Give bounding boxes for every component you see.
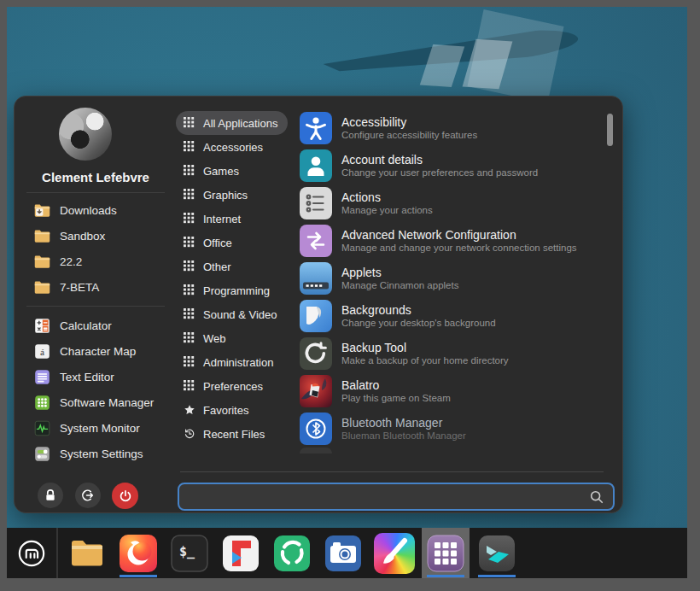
arrowapp-icon: [476, 533, 517, 574]
actions-icon: [300, 187, 332, 219]
category-preferences[interactable]: Preferences: [176, 374, 273, 398]
sidebar-divider: [26, 192, 165, 193]
taskbar-app-grid-app[interactable]: [422, 528, 470, 578]
place-item-sandbox[interactable]: Sandbox: [15, 223, 177, 249]
taskbar-app-terminal[interactable]: $_: [166, 528, 213, 578]
shortcut-item-calculator[interactable]: Calculator: [15, 313, 177, 338]
app-name: Backgrounds: [341, 303, 496, 317]
place-item-7-beta[interactable]: 7-BETA: [15, 274, 177, 300]
category-games[interactable]: Games: [176, 159, 249, 183]
category-accessories[interactable]: Accessories: [176, 135, 273, 159]
app-text: BackgroundsChange your desktop's backgro…: [341, 303, 496, 329]
taskbar-app-screenshot[interactable]: [319, 528, 367, 578]
category-label: Favorites: [203, 404, 248, 417]
shortcut-item-system-monitor[interactable]: System Monitor: [15, 415, 177, 441]
taskbar-app-firefox[interactable]: [114, 528, 162, 578]
app-description: Change your desktop's background: [341, 318, 496, 329]
app-text: Advanced Network ConfigurationManage and…: [341, 228, 577, 254]
shortcuts-list: CalculatoráCharacter MapText EditorSoftw…: [15, 313, 177, 466]
shortcut-item-label: System Settings: [60, 448, 143, 460]
power-icon: [117, 488, 134, 505]
category-label: Accessories: [203, 141, 263, 154]
power-button[interactable]: [112, 483, 138, 509]
app-name: Account details: [341, 153, 538, 167]
grid-dots-icon: [184, 308, 195, 320]
category-label: Preferences: [203, 380, 263, 393]
shortcut-item-system-settings[interactable]: System Settings: [15, 441, 177, 466]
taskbar-app-paint-app[interactable]: [370, 528, 418, 578]
sync-icon: [271, 533, 312, 574]
place-item-label: Sandbox: [60, 230, 105, 243]
mint-icon: [15, 536, 49, 571]
category-programming[interactable]: Programming: [176, 278, 280, 302]
app-text: AppletsManage Cinnamon applets: [341, 266, 458, 291]
category-other[interactable]: Other: [176, 255, 242, 278]
grid-dots-icon: [184, 332, 195, 344]
taskbar-app-sync-app[interactable]: [268, 528, 316, 578]
shortcut-item-label: System Monitor: [60, 422, 140, 435]
place-item-label: 22.2: [60, 255, 82, 268]
taskbar-app-files[interactable]: [63, 528, 111, 578]
shortcut-item-software-manager[interactable]: Software Manager: [15, 389, 177, 415]
session-buttons: [15, 483, 177, 510]
category-label: Recent Files: [203, 428, 265, 441]
category-administration[interactable]: Administration: [176, 350, 283, 374]
category-graphics[interactable]: Graphics: [176, 183, 258, 207]
app-item-account-details[interactable]: Account detailsChange your user preferen…: [300, 147, 612, 184]
search-bar: [178, 483, 615, 511]
app-item-bluetooth-manager[interactable]: Bluetooth ManagerBlueman Bluetooth Manag…: [300, 410, 612, 448]
taskbar-app-list: $_: [63, 528, 524, 578]
camera-icon: [323, 533, 364, 574]
category-sound-video[interactable]: Sound & Video: [176, 302, 288, 326]
grid-dots-icon: [184, 284, 195, 296]
grid-dots-icon: [184, 165, 195, 177]
category-recent-files[interactable]: Recent Files: [176, 422, 275, 446]
taskbar-app-f-media-app[interactable]: [217, 528, 265, 578]
place-item-22-2[interactable]: 22.2: [15, 249, 177, 274]
star-icon: [184, 404, 195, 416]
app-name: Advanced Network Configuration: [341, 228, 577, 242]
category-favorites[interactable]: Favorites: [176, 398, 259, 422]
category-office[interactable]: Office: [176, 231, 242, 255]
category-internet[interactable]: Internet: [176, 207, 251, 231]
category-label: Web: [203, 332, 226, 345]
app-description: Manage your actions: [341, 205, 433, 216]
app-item-balatro[interactable]: BalatroPlay this game on Steam: [300, 372, 612, 410]
shortcut-item-character-map[interactable]: áCharacter Map: [15, 338, 177, 364]
charmap-icon: á: [33, 342, 51, 360]
shortcut-item-label: Calculator: [60, 319, 112, 332]
taskbar-app-arrow-app[interactable]: [473, 528, 521, 578]
app-item-backgrounds[interactable]: BackgroundsChange your desktop's backgro…: [300, 297, 612, 335]
app-text: BalatroPlay this game on Steam: [341, 378, 451, 404]
app-item-accessibility[interactable]: AccessibilityConfigure accessibility fea…: [300, 109, 612, 147]
app-item-advanced-network-configuration[interactable]: Advanced Network ConfigurationManage and…: [300, 222, 612, 260]
app-description: Manage and change your network connectio…: [341, 243, 577, 254]
app-description: Blueman Bluetooth Manager: [341, 430, 466, 442]
app-item-actions[interactable]: ActionsManage your actions: [300, 184, 612, 222]
category-web[interactable]: Web: [176, 326, 236, 350]
shortcut-item-text-editor[interactable]: Text Editor: [15, 364, 177, 389]
folder-icon: [33, 227, 51, 245]
scrollbar-thumb[interactable]: [607, 114, 613, 146]
paint-icon: [374, 533, 415, 574]
app-description: Configure accessibility features: [341, 130, 477, 141]
logout-button[interactable]: [75, 483, 101, 508]
app-item-backup-tool[interactable]: Backup ToolMake a backup of your home di…: [300, 335, 612, 372]
place-item-label: Downloads: [60, 204, 117, 217]
user-avatar[interactable]: [59, 108, 112, 161]
menu-sidebar: Clement Lefebvre DownloadsSandbox22.27-B…: [15, 97, 177, 512]
app-item-applets[interactable]: AppletsManage Cinnamon applets: [300, 260, 612, 297]
category-all-applications[interactable]: All Applications: [176, 111, 288, 135]
place-item-downloads[interactable]: Downloads: [15, 197, 177, 223]
lock-button[interactable]: [38, 483, 63, 508]
app-name: Actions: [341, 190, 433, 204]
app-text: AccessibilityConfigure accessibility fea…: [341, 115, 477, 141]
folder-icon: [33, 253, 51, 271]
bluetooth-icon: [300, 413, 332, 445]
calculator-icon: [33, 317, 51, 335]
gridapp-icon: [425, 533, 466, 574]
logout-icon: [79, 487, 96, 504]
taskbar-menu-button[interactable]: [7, 528, 56, 578]
app-text: Account detailsChange your user preferen…: [341, 153, 538, 178]
search-input[interactable]: [179, 484, 589, 509]
